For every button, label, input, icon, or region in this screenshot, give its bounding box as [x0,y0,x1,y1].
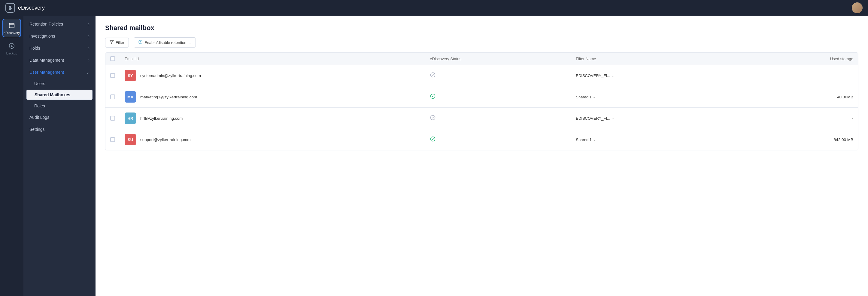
sidebar-item-investigations[interactable]: Investigations › [24,30,95,42]
sidebar-item-retention[interactable]: Retention Policies › [24,18,95,30]
app-name: eDiscovery [18,5,45,11]
mailbox-table: Email Id eDiscovery Status Filter Name U… [105,52,858,151]
row-storage-cell: - [742,65,858,86]
sub-label-users: Users [34,81,45,86]
sidebar-sub-item-shared-mailboxes[interactable]: Shared Mailboxes [26,90,93,100]
row-avatar: SY [125,70,136,81]
filter-name-select[interactable]: EDISCOVERY_FI... ⌄ [576,116,737,120]
table-row: MA marketing1@zylkertraining.com Shared … [105,86,858,108]
table-row: HR hrfl@zylkertraining.com EDISCOVERY_FI… [105,108,858,129]
sidebar-item-user-management[interactable]: User Management ⌄ [24,66,95,78]
row-status-cell [425,65,571,86]
sidebar-item-data-management[interactable]: Data Management › [24,54,95,66]
enable-retention-button[interactable]: Enable/disable retention ⌄ [134,37,196,48]
row-email-cell: HR hrfl@zylkertraining.com [120,108,425,129]
rail-item-backup[interactable]: Backup [2,39,21,58]
sidebar-item-holds[interactable]: Holds › [24,42,95,54]
sidebar-label-investigations: Investigations [29,34,55,38]
row-avatar: SU [125,134,136,145]
row-storage-cell: 40.30MB [742,86,858,108]
sidebar-sub-user-mgmt: Users Shared Mailboxes Roles [24,78,95,111]
row-storage-cell: 842.00 MB [742,129,858,151]
table-header-status: eDiscovery Status [425,53,571,65]
select-all-checkbox[interactable] [110,56,115,61]
filter-name-value: EDISCOVERY_FI... [576,73,610,78]
user-avatar[interactable] [852,2,863,13]
enable-retention-label: Enable/disable retention [145,40,187,45]
avatar-image [852,2,863,13]
rail-item-ediscovery[interactable]: eDiscovery [2,19,21,37]
sidebar-label-retention: Retention Policies [29,22,63,26]
sub-label-shared-mailboxes: Shared Mailboxes [35,92,70,97]
row-filter-name-cell: Shared 1 ⌄ [571,129,741,151]
filter-button[interactable]: Filter [105,37,129,48]
row-filter-name-cell: Shared 1 ⌄ [571,86,741,108]
status-icon [430,73,436,79]
app-logo: eDiscovery [5,3,45,12]
table-header-checkbox [105,53,120,65]
svg-rect-1 [9,8,12,9]
filter-name-value: EDISCOVERY_FI... [576,116,610,120]
backup-icon [7,42,16,50]
main-content: Shared mailbox Filter Enable/disable ret… [95,16,868,296]
row-checkbox[interactable] [110,116,115,120]
toolbar: Filter Enable/disable retention ⌄ [105,37,858,48]
row-email: hrfl@zylkertraining.com [140,116,183,120]
svg-rect-2 [9,9,11,10]
used-storage-value: - [852,73,854,78]
sidebar-sub-item-users[interactable]: Users [24,78,95,89]
row-checkbox-cell [105,129,120,151]
chevron-right-icon: › [88,58,90,62]
svg-point-6 [11,24,12,24]
sidebar-item-settings[interactable]: Settings [24,123,95,135]
sidebar-sub-item-roles[interactable]: Roles [24,101,95,111]
table-row: SU support@zylkertraining.com Shared 1 ⌄… [105,129,858,151]
row-status-cell [425,108,571,129]
filter-name-select[interactable]: Shared 1 ⌄ [576,95,737,99]
row-filter-name-cell: EDISCOVERY_FI... ⌄ [571,108,741,129]
table-header-row: Email Id eDiscovery Status Filter Name U… [105,53,858,65]
table-header-filter-name: Filter Name [571,53,741,65]
sidebar-label-settings: Settings [29,127,45,132]
row-checkbox[interactable] [110,73,115,78]
sidebar-item-audit-logs[interactable]: Audit Logs [24,111,95,123]
row-checkbox[interactable] [110,137,115,142]
svg-marker-9 [110,40,114,44]
row-checkbox-cell [105,108,120,129]
row-avatar: HR [125,112,136,124]
used-storage-value: 40.30MB [837,95,853,99]
used-storage-value: 842.00 MB [834,137,853,142]
status-icon [430,137,436,143]
row-status-cell [425,86,571,108]
topbar: eDiscovery [0,0,868,16]
svg-point-7 [12,24,13,24]
sub-label-roles: Roles [34,104,45,108]
filter-chevron-icon: ⌄ [593,95,596,99]
row-filter-name-cell: EDISCOVERY_FI... ⌄ [571,65,741,86]
rail-label-ediscovery: eDiscovery [4,31,20,34]
row-email-cell: MA marketing1@zylkertraining.com [120,86,425,108]
status-icon [430,95,436,101]
table-header-used-storage: Used storage [742,53,858,65]
retention-icon [138,40,143,45]
sidebar-label-audit-logs: Audit Logs [29,115,49,120]
filter-icon [110,40,114,45]
table-row: SY systemadmin@zylkertraining.com EDISCO… [105,65,858,86]
table-header-email: Email Id [120,53,425,65]
row-email: marketing1@zylkertraining.com [140,95,197,99]
filter-name-value: Shared 1 [576,137,592,142]
chevron-right-icon: › [88,34,90,38]
logo-icon [5,3,15,12]
row-email: systemadmin@zylkertraining.com [140,73,201,78]
used-storage-value: - [852,116,854,120]
row-storage-cell: - [742,108,858,129]
svg-point-0 [9,6,11,8]
filter-name-select[interactable]: EDISCOVERY_FI... ⌄ [576,73,737,78]
row-status-cell [425,129,571,151]
filter-chevron-icon: ⌄ [612,74,614,78]
row-checkbox[interactable] [110,95,115,99]
icon-rail: eDiscovery Backup [0,16,24,296]
filter-name-select[interactable]: Shared 1 ⌄ [576,137,737,142]
row-checkbox-cell [105,86,120,108]
logo-svg [7,5,13,11]
